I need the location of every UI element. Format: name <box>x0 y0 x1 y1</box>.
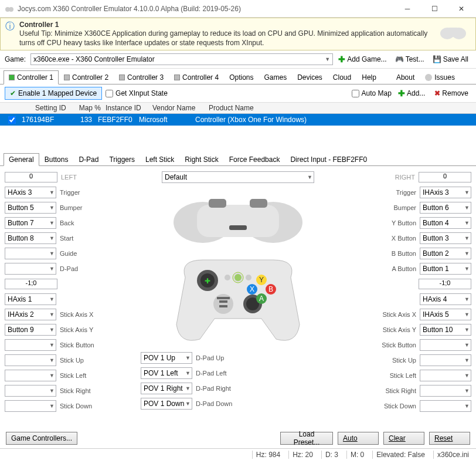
maximize-button[interactable]: ☐ <box>421 0 448 18</box>
tab-triggers[interactable]: Triggers <box>104 153 140 166</box>
map-combo[interactable]: Button 4▼ <box>420 217 471 229</box>
tab-controller-1[interactable]: Controller 1 <box>4 70 59 84</box>
map-label: Back <box>60 219 117 226</box>
controller-image-front: ✚ B Y A X <box>162 248 314 348</box>
device-row[interactable]: 176194BF 133 FEBF2FF0 Microsoft Controll… <box>0 114 476 126</box>
game-combo[interactable]: x360ce.exe - X360 Controller Emulator▼ <box>30 53 333 65</box>
status-hz1: Hz: 984 <box>252 451 284 459</box>
close-button[interactable]: ✕ <box>448 0 475 18</box>
tab-direct-input[interactable]: Direct Input - FEBF2FF0 <box>285 153 372 166</box>
map-combo[interactable]: ▼ <box>5 400 56 412</box>
map-combo[interactable]: HAxis 1▼ <box>5 293 56 305</box>
map-combo[interactable]: IHAxis 3▼ <box>420 187 471 198</box>
map-combo[interactable]: ▼ <box>5 248 56 259</box>
device-checkbox[interactable] <box>8 116 16 124</box>
tab-right-stick[interactable]: Right Stick <box>179 153 223 166</box>
tab-issues[interactable]: Issues <box>420 70 460 84</box>
tab-controller-4[interactable]: Controller 4 <box>169 70 224 84</box>
dpad-combo[interactable]: POV 1 Down▼ <box>141 398 192 410</box>
map-combo[interactable]: ▼ <box>420 339 471 351</box>
map-combo[interactable]: Button 8▼ <box>5 232 56 244</box>
reset-button[interactable]: Reset <box>429 432 470 445</box>
map-combo[interactable]: HAxis 4▼ <box>420 293 471 305</box>
auto-button[interactable]: Auto <box>338 432 379 445</box>
map-combo[interactable]: Button 6▼ <box>420 202 471 214</box>
map-combo[interactable]: Button 5▼ <box>5 202 56 214</box>
map-combo[interactable]: ▼ <box>420 370 471 381</box>
plus-icon: ✚ <box>398 89 405 98</box>
map-combo[interactable]: Button 9▼ <box>5 324 56 336</box>
tab-options[interactable]: Options <box>224 70 259 84</box>
tab-about[interactable]: About <box>391 70 420 84</box>
map-combo[interactable]: IHAxis 2▼ <box>5 309 56 320</box>
dpad-combo[interactable]: POV 1 Left▼ <box>141 367 192 379</box>
map-label: Trigger <box>60 189 117 196</box>
load-preset-button[interactable]: Load Preset... <box>280 432 333 445</box>
map-combo[interactable]: ▼ <box>420 400 471 412</box>
map-label: Stick Button <box>60 341 117 349</box>
map-combo[interactable]: ▼ <box>5 370 56 381</box>
map-combo[interactable]: ▼ <box>5 354 56 366</box>
device-columns: Setting ID Map % Instance ID Vendor Name… <box>0 103 476 114</box>
tab-force-feedback[interactable]: Force Feedback <box>224 153 285 166</box>
map-combo[interactable]: HAxis 3▼ <box>5 187 56 198</box>
map-combo[interactable]: ▼ <box>5 339 56 351</box>
preset-combo[interactable]: Default▼ <box>162 171 314 183</box>
clear-button[interactable]: Clear <box>383 432 424 445</box>
tip-body: Useful Tip: Minimize X360CE Application … <box>19 29 430 48</box>
dpad-combo[interactable]: POV 1 Right▼ <box>141 383 192 394</box>
map-combo[interactable]: Button 2▼ <box>420 248 471 259</box>
map-label: Stick Left <box>359 372 416 379</box>
svg-rect-8 <box>197 205 279 237</box>
titlebar: Jocys.com X360 Controller Emulator 4.10.… <box>0 0 476 18</box>
map-label: Stick Up <box>60 357 117 364</box>
map-combo[interactable]: IHAxis 5▼ <box>420 309 471 320</box>
check-icon: ✔ <box>10 89 16 97</box>
tab-controller-2[interactable]: Controller 2 <box>59 70 114 84</box>
game-controllers-button[interactable]: Game Controllers... <box>6 432 77 445</box>
map-combo[interactable]: ▼ <box>5 385 56 397</box>
map-combo[interactable]: ▼ <box>420 354 471 366</box>
tab-devices[interactable]: Devices <box>292 70 328 84</box>
map-combo[interactable]: Button 7▼ <box>5 217 56 229</box>
dpad-label: D-Pad Right <box>196 385 356 392</box>
map-label: Stick Right <box>60 387 117 394</box>
add-game-button[interactable]: ✚Add Game... <box>335 53 389 66</box>
status-d: D: 3 <box>321 451 342 459</box>
tab-help[interactable]: Help <box>356 70 382 84</box>
issues-icon <box>425 74 432 81</box>
minimize-button[interactable]: ─ <box>394 0 421 18</box>
status-hz2: Hz: 20 <box>288 451 317 459</box>
map-label: B Button <box>359 250 416 257</box>
controller-image-top <box>162 187 314 246</box>
map-combo[interactable]: Button 3▼ <box>420 232 471 244</box>
svg-rect-10 <box>250 199 267 208</box>
tab-buttons[interactable]: Buttons <box>39 153 74 166</box>
map-combo[interactable]: Button 1▼ <box>420 263 471 275</box>
map-label: Stick Axis X <box>60 311 117 318</box>
tab-general[interactable]: General <box>4 153 39 166</box>
map-label: Stick Up <box>359 357 416 364</box>
map-label: Stick Right <box>359 387 416 394</box>
automap-checkbox[interactable]: Auto Map <box>352 89 392 97</box>
dpad-label: D-Pad Up <box>196 354 356 361</box>
tab-left-stick[interactable]: Left Stick <box>140 153 179 166</box>
test-button[interactable]: 🎮Test... <box>392 53 427 65</box>
enable-device-button[interactable]: ✔Enable 1 Mapped Device <box>5 87 102 100</box>
svg-text:B: B <box>268 285 273 293</box>
tab-dpad[interactable]: D-Pad <box>73 153 104 166</box>
map-combo[interactable]: Button 10▼ <box>420 324 471 336</box>
dpad-combo[interactable]: POV 1 Up▼ <box>141 352 192 364</box>
tab-cloud[interactable]: Cloud <box>328 70 356 84</box>
save-all-button[interactable]: 💾Save All <box>430 53 471 65</box>
main-tabstrip: Controller 1 Controller 2 Controller 3 C… <box>0 69 476 84</box>
map-combo[interactable]: ▼ <box>420 385 471 397</box>
tab-controller-3[interactable]: Controller 3 <box>114 70 169 84</box>
map-combo[interactable]: ▼ <box>5 263 56 275</box>
remove-device-button[interactable]: ✖Remove <box>431 87 471 99</box>
map-label: Stick Left <box>60 372 117 379</box>
get-xinput-checkbox[interactable]: Get XInput State <box>106 89 168 97</box>
svg-rect-11 <box>229 225 247 230</box>
tab-games[interactable]: Games <box>259 70 292 84</box>
add-device-button[interactable]: ✚Add... <box>395 87 428 100</box>
